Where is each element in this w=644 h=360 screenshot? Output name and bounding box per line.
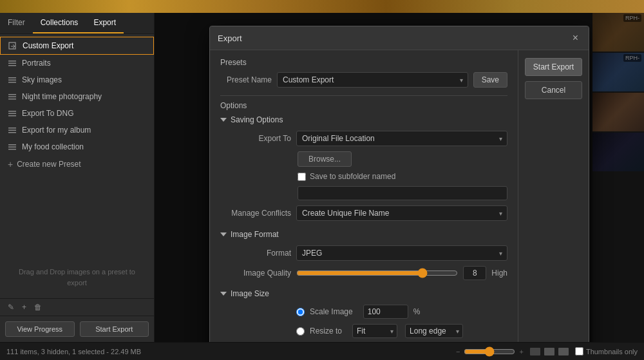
tab-export[interactable]: Export: [86, 13, 124, 33]
list-icon-3: [8, 109, 17, 118]
svg-rect-16: [8, 132, 16, 133]
export-to-label: Export To: [220, 134, 291, 143]
svg-rect-6: [8, 80, 16, 81]
divider-1: [220, 95, 507, 96]
svg-rect-15: [8, 130, 16, 131]
svg-rect-8: [8, 94, 16, 95]
svg-rect-11: [8, 111, 16, 112]
modal-header: Export ×: [210, 26, 589, 50]
svg-rect-17: [8, 144, 16, 146]
thumbnails-only-label: Thumbnails only: [586, 348, 638, 355]
svg-rect-7: [8, 82, 16, 83]
svg-rect-5: [8, 77, 16, 79]
image-size-section: Image Size Scale Image 100 %: [220, 289, 507, 342]
browse-button[interactable]: Browse...: [298, 151, 352, 167]
svg-rect-19: [8, 149, 16, 150]
fit-select-wrap: Fit Fill Stretch: [352, 324, 397, 338]
thumbnails-only-checkbox[interactable]: [575, 347, 583, 355]
svg-rect-18: [8, 147, 16, 148]
export-to-select[interactable]: Original File Location Specific Folder S…: [296, 131, 507, 146]
bottom-bar: 111 items, 3 hidden, 1 selected - 22.49 …: [0, 342, 644, 360]
zoom-minus-icon: −: [456, 348, 460, 355]
scale-image-label: Scale Image: [310, 307, 353, 316]
manage-conflicts-label: Manage Conflicts: [220, 209, 291, 218]
resize-to-radio[interactable]: [296, 327, 305, 336]
zoom-slider-area: − +: [456, 346, 524, 357]
thumbnails-only-area: Thumbnails only: [575, 347, 638, 355]
svg-rect-12: [8, 113, 16, 115]
export-to-select-wrap: Original File Location Specific Folder S…: [296, 131, 507, 146]
modal-content: Presets Preset Name Custom Export Save: [210, 50, 518, 342]
resize-to-row: Resize to Fit Fill Stretch: [220, 324, 507, 338]
cancel-modal-button[interactable]: Cancel: [525, 81, 582, 99]
modal-close-button[interactable]: ×: [570, 32, 581, 44]
format-select[interactable]: JPEG PNG TIFF DNG: [296, 245, 507, 261]
sidebar-item-portraits[interactable]: Portraits: [0, 55, 154, 71]
image-size-header[interactable]: Image Size: [220, 289, 507, 298]
zoom-plus-icon: +: [519, 348, 523, 355]
sidebar-item-custom-export[interactable]: Custom Export: [0, 37, 154, 55]
content-area: RPH- RPH- Export: [155, 13, 644, 342]
sidebar-tools: ✎ + 🗑: [0, 298, 154, 316]
svg-rect-2: [8, 61, 16, 62]
tab-filter[interactable]: Filter: [0, 13, 33, 33]
svg-rect-13: [8, 115, 16, 117]
start-export-button[interactable]: Start Export: [80, 321, 149, 337]
scale-unit-label: %: [413, 307, 421, 316]
preset-row: Preset Name Custom Export Save: [220, 72, 507, 88]
image-quality-row: Image Quality 8 High: [220, 266, 507, 280]
svg-rect-9: [8, 97, 16, 98]
sidebar-tabs: Filter Collections Export: [0, 13, 154, 34]
subfolder-checkbox-row: Save to subfolder named: [298, 172, 507, 181]
tab-collections[interactable]: Collections: [33, 13, 86, 33]
image-format-section: Image Format Format JPEG PNG TIFF: [220, 230, 507, 280]
quality-value-input[interactable]: 8: [463, 266, 486, 280]
sidebar-item-night-photography[interactable]: Night time photography: [0, 88, 154, 105]
scale-value-input[interactable]: 100: [363, 305, 408, 319]
sidebar-item-sky-images[interactable]: Sky images: [0, 71, 154, 88]
image-format-header[interactable]: Image Format: [220, 230, 507, 239]
subfolder-input[interactable]: [298, 186, 507, 200]
saving-options-section: Saving Options Export To Original File L…: [220, 115, 507, 221]
sidebar-item-food-collection[interactable]: My food collection: [0, 138, 154, 155]
drag-hint: Drag and Drop images on a preset to expo…: [0, 256, 154, 298]
preset-name-select-wrap: Custom Export: [277, 72, 468, 88]
add-icon[interactable]: +: [22, 303, 26, 312]
manage-conflicts-select[interactable]: Create Unique File Name Overwrite Skip: [296, 205, 507, 221]
grid-view-icon[interactable]: [530, 348, 540, 355]
delete-icon[interactable]: 🗑: [34, 303, 42, 312]
top-image-strip: [0, 0, 644, 13]
fit-select[interactable]: Fit Fill Stretch: [352, 324, 397, 338]
scale-image-radio[interactable]: [296, 308, 305, 316]
preset-name-select[interactable]: Custom Export: [277, 72, 468, 88]
format-row: Format JPEG PNG TIFF DNG: [220, 245, 507, 261]
list-icon-0: [8, 59, 17, 68]
compare-view-icon[interactable]: [558, 348, 569, 355]
modal-overlay: Export × Presets Preset Name: [155, 13, 644, 342]
create-new-preset-button[interactable]: + Create new Preset: [0, 155, 154, 173]
sidebar-item-export-dng[interactable]: Export To DNG: [0, 105, 154, 122]
saving-options-header[interactable]: Saving Options: [220, 115, 507, 124]
zoom-slider[interactable]: [464, 346, 515, 357]
saving-options-arrow: [220, 118, 227, 122]
format-select-wrap: JPEG PNG TIFF DNG: [296, 245, 507, 261]
detail-view-icon[interactable]: [544, 348, 554, 355]
image-size-arrow: [220, 292, 227, 296]
scale-image-row: Scale Image 100 %: [220, 305, 507, 319]
subfolder-checkbox[interactable]: [298, 173, 306, 181]
manage-conflicts-row: Manage Conflicts Create Unique File Name…: [220, 205, 507, 221]
edit-icon[interactable]: ✎: [8, 303, 14, 312]
start-export-modal-button[interactable]: Start Export: [525, 58, 582, 76]
sidebar-list: Custom Export Portraits Sky images Night…: [0, 34, 154, 256]
list-icon-4: [8, 126, 17, 135]
edge-select[interactable]: Long edge Short edge Width Height: [405, 324, 463, 338]
preset-save-button[interactable]: Save: [473, 72, 507, 88]
export-to-row: Export To Original File Location Specifi…: [220, 131, 507, 146]
quality-slider[interactable]: [296, 268, 458, 278]
view-progress-button[interactable]: View Progress: [5, 321, 75, 337]
status-text: 111 items, 3 hidden, 1 selected - 22.49 …: [6, 348, 450, 355]
subfolder-label: Save to subfolder named: [310, 172, 395, 181]
plus-icon: +: [8, 159, 13, 169]
sidebar-item-export-album[interactable]: Export for my album: [0, 122, 154, 138]
view-mode-icons: [530, 348, 569, 355]
